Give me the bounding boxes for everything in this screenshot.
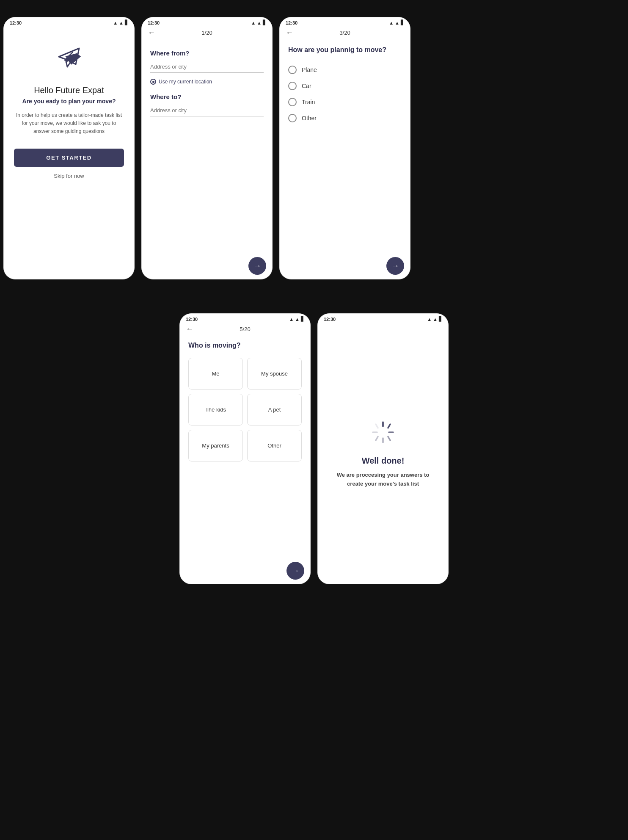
who-question: Who is moving? — [188, 342, 302, 349]
well-done-desc: We are proccesing your answers to create… — [328, 471, 438, 489]
nav-bar-2: ← 1/20 — [142, 27, 272, 39]
card-other-label: Other — [267, 442, 281, 449]
welcome-content: Hello Future Expat Are you eady to plan … — [4, 27, 134, 279]
progress-2: 1/20 — [201, 30, 212, 36]
get-started-button[interactable]: GET STARTED — [14, 149, 124, 167]
card-kids-label: The kids — [205, 406, 226, 413]
radio-other — [288, 114, 297, 122]
screen-well-done: 12:30 ▲ ▲ ▋ — [317, 313, 449, 584]
svg-line-1 — [388, 424, 390, 428]
card-me[interactable]: Me — [188, 358, 243, 390]
back-button-3[interactable]: ← — [286, 28, 293, 37]
progress-5: 5/20 — [240, 326, 250, 332]
option-plane[interactable]: Plane — [288, 66, 402, 74]
back-button-5[interactable]: ← — [186, 325, 193, 334]
label-plane: Plane — [302, 66, 317, 73]
card-spouse[interactable]: My spouse — [247, 358, 302, 390]
status-icons-1: ▲ ▲ ▋ — [113, 20, 128, 25]
status-icons-3: ▲ ▲ ▋ — [389, 20, 404, 25]
status-icons-5: ▲ ▲ ▋ — [289, 316, 304, 322]
label-other: Other — [302, 115, 317, 122]
who-grid: Me My spouse The kids A pet My parents — [188, 358, 302, 461]
progress-3: 3/20 — [339, 30, 350, 36]
battery-icon-3: ▋ — [401, 20, 404, 25]
card-pet-label: A pet — [268, 406, 281, 413]
where-to-label: Where to? — [150, 93, 264, 100]
status-bar-5: 12:30 ▲ ▲ ▋ — [180, 314, 310, 323]
welcome-subtitle: Are you eady to plan your move? — [22, 98, 116, 105]
nav-bar-5: ← 5/20 — [180, 323, 310, 335]
screen-who: 12:30 ▲ ▲ ▋ ← 5/20 Who is moving? Me — [179, 313, 311, 584]
label-train: Train — [302, 99, 315, 105]
location-button[interactable]: Use my current location — [150, 77, 264, 86]
time-1: 12:30 — [10, 20, 22, 25]
label-car: Car — [302, 83, 311, 89]
screen-how: 12:30 ▲ ▲ ▋ ← 3/20 How are you plannig t… — [279, 17, 410, 279]
where-content: Where from? Use my current location Wher… — [142, 39, 272, 253]
wifi-icon: ▲ — [119, 20, 124, 25]
next-button-2[interactable]: → — [248, 257, 266, 275]
screen-welcome: 12:30 ▲ ▲ ▋ — [3, 17, 135, 279]
back-button-2[interactable]: ← — [148, 28, 155, 37]
radio-car — [288, 82, 297, 90]
where-to-input[interactable] — [150, 105, 264, 116]
signal-icon: ▲ — [113, 20, 118, 25]
well-done-title: Well done! — [362, 456, 405, 466]
card-pet[interactable]: A pet — [247, 394, 302, 426]
status-bar-2: 12:30 ▲ ▲ ▋ — [142, 17, 272, 27]
time-5: 12:30 — [186, 317, 198, 322]
welcome-title: Hello Future Expat — [34, 86, 104, 95]
battery-icon-2: ▋ — [263, 20, 266, 25]
battery-icon-5: ▋ — [301, 316, 304, 322]
how-content: How are you plannig to move? Plane Car — [280, 39, 410, 253]
status-bar-3: 12:30 ▲ ▲ ▋ — [280, 17, 410, 27]
well-done-content: Well done! We are proccesing your answer… — [318, 323, 448, 584]
wifi-icon-3: ▲ — [395, 20, 399, 25]
location-dot-icon — [150, 79, 156, 85]
time-3: 12:30 — [286, 20, 297, 25]
next-button-5[interactable]: → — [286, 562, 304, 580]
who-content: Who is moving? Me My spouse The kids A p… — [180, 335, 310, 558]
battery-icon: ▋ — [125, 20, 128, 25]
card-parents[interactable]: My parents — [188, 430, 243, 461]
time-6: 12:30 — [324, 317, 336, 322]
status-bar-6: 12:30 ▲ ▲ ▋ — [318, 314, 448, 323]
status-icons-2: ▲ ▲ ▋ — [251, 20, 266, 25]
skip-button[interactable]: Skip for now — [54, 173, 84, 179]
next-wrap-5: → — [180, 558, 310, 584]
card-me-label: Me — [212, 370, 219, 377]
time-2: 12:30 — [148, 20, 160, 25]
option-train[interactable]: Train — [288, 98, 402, 106]
next-wrap-3: → — [280, 253, 410, 279]
battery-icon-6: ▋ — [439, 316, 442, 322]
nav-bar-3: ← 3/20 — [280, 27, 410, 39]
card-kids[interactable]: The kids — [188, 394, 243, 426]
card-parents-label: My parents — [202, 442, 229, 449]
wifi-icon-2: ▲ — [257, 20, 262, 25]
radio-plane — [288, 66, 297, 74]
screen-where: 12:30 ▲ ▲ ▋ ← 1/20 Where from? — [141, 17, 273, 279]
signal-icon-2: ▲ — [251, 20, 256, 25]
svg-line-7 — [376, 424, 378, 428]
card-other[interactable]: Other — [247, 430, 302, 461]
signal-icon-3: ▲ — [389, 20, 394, 25]
signal-icon-6: ▲ — [427, 317, 432, 322]
option-car[interactable]: Car — [288, 82, 402, 90]
svg-line-5 — [376, 437, 378, 441]
wifi-icon-6: ▲ — [433, 317, 438, 322]
option-other[interactable]: Other — [288, 114, 402, 122]
status-bar-1: 12:30 ▲ ▲ ▋ — [4, 17, 134, 27]
next-wrap-2: → — [142, 253, 272, 279]
radio-group: Plane Car Train Other — [288, 66, 402, 130]
svg-line-3 — [388, 437, 390, 441]
location-label: Use my current location — [159, 79, 212, 85]
status-icons-6: ▲ ▲ ▋ — [427, 316, 442, 322]
next-button-3[interactable]: → — [386, 257, 404, 275]
welcome-description: In order to help us create a tailor-made… — [14, 111, 124, 136]
where-from-label: Where from? — [150, 50, 264, 57]
wifi-icon-5: ▲ — [295, 317, 300, 322]
loader-icon — [369, 419, 397, 446]
card-spouse-label: My spouse — [261, 370, 288, 377]
where-from-input[interactable] — [150, 61, 264, 73]
plane-icon — [55, 44, 83, 78]
